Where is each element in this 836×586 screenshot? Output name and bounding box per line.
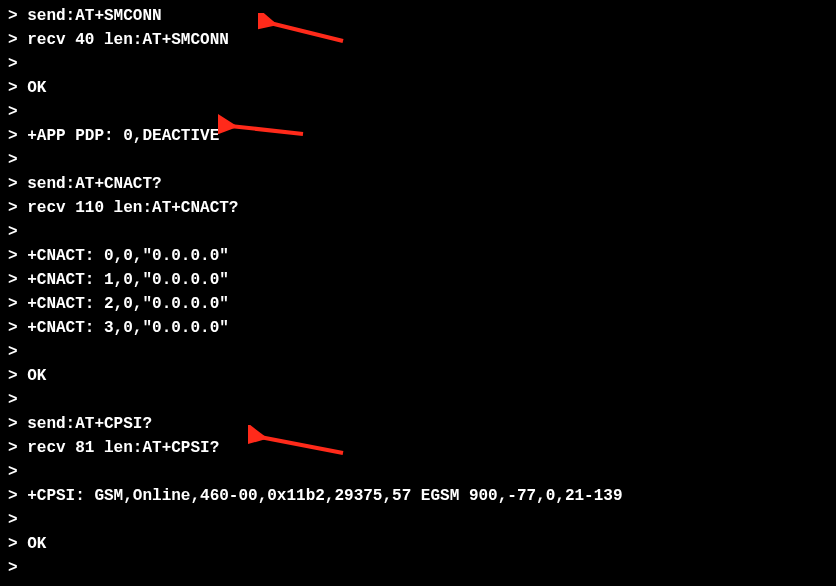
terminal-line: > +CNACT: 0,0,"0.0.0.0" (8, 244, 828, 268)
terminal-line: > (8, 508, 828, 532)
terminal-line: > +CNACT: 1,0,"0.0.0.0" (8, 268, 828, 292)
terminal-line: > +APP PDP: 0,DEACTIVE (8, 124, 828, 148)
terminal-line: > (8, 148, 828, 172)
terminal-line: > OK (8, 76, 828, 100)
terminal-line: > (8, 52, 828, 76)
terminal-line: > (8, 100, 828, 124)
terminal-line: > (8, 340, 828, 364)
terminal-line: > OK (8, 532, 828, 556)
terminal-line: > recv 110 len:AT+CNACT? (8, 196, 828, 220)
terminal-line: > +CNACT: 3,0,"0.0.0.0" (8, 316, 828, 340)
terminal-line: > +CNACT: 2,0,"0.0.0.0" (8, 292, 828, 316)
terminal-line: > send:AT+SMCONN (8, 4, 828, 28)
terminal-line: > send:AT+CPSI? (8, 412, 828, 436)
terminal-line: > (8, 220, 828, 244)
terminal-line: > (8, 556, 828, 580)
terminal-output: > send:AT+SMCONN> recv 40 len:AT+SMCONN>… (8, 4, 828, 580)
terminal-line: > OK (8, 364, 828, 388)
terminal-line: > (8, 460, 828, 484)
terminal-line: > (8, 388, 828, 412)
terminal-line: > recv 40 len:AT+SMCONN (8, 28, 828, 52)
terminal-line: > +CPSI: GSM,Online,460-00,0x11b2,29375,… (8, 484, 828, 508)
terminal-line: > recv 81 len:AT+CPSI? (8, 436, 828, 460)
terminal-line: > send:AT+CNACT? (8, 172, 828, 196)
